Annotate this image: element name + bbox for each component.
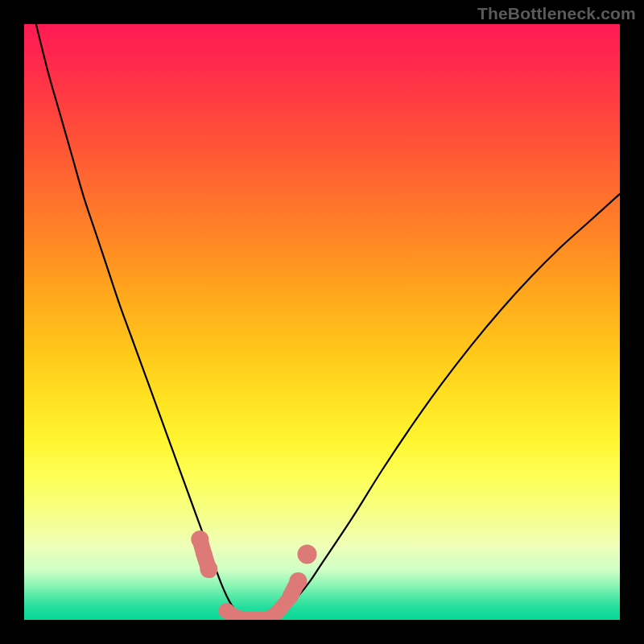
- chart-svg: [24, 24, 620, 620]
- marker-dot: [219, 603, 235, 619]
- chart-frame: TheBottleneck.com: [0, 0, 644, 644]
- highlighted-points: [191, 530, 316, 619]
- marker-dot: [200, 560, 217, 578]
- watermark-text: TheBottleneck.com: [477, 4, 636, 23]
- marker-dot: [191, 530, 208, 548]
- marker-dot: [289, 572, 307, 590]
- plot-area: [24, 24, 620, 620]
- marker-dot: [298, 545, 317, 564]
- series-line: [36, 24, 620, 620]
- bottleneck-curve: [36, 24, 620, 620]
